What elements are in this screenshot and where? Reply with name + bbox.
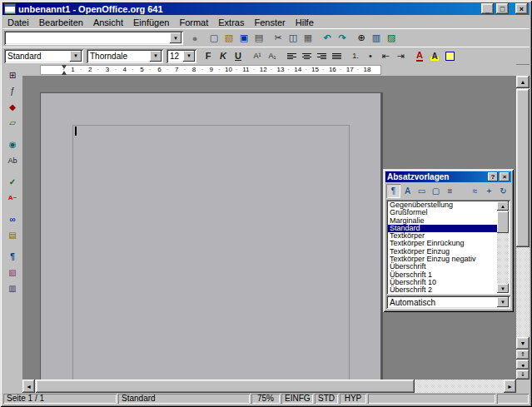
style-list-scrollbar[interactable]: ▲ ▼ bbox=[497, 201, 509, 293]
maximize-button[interactable]: □ bbox=[496, 3, 509, 14]
menu-item-format[interactable]: Format bbox=[174, 17, 213, 28]
menu-item-datei[interactable]: Datei bbox=[2, 17, 34, 28]
previous-page-button[interactable]: ⇑ bbox=[516, 350, 530, 360]
stylist-close-button[interactable]: × bbox=[500, 172, 510, 181]
title-bar[interactable]: unbenannt1 - OpenOffice.org 641 _ □ × bbox=[2, 2, 530, 15]
decrease-indent-button[interactable]: ⇤ bbox=[378, 48, 393, 63]
status-page-style-field[interactable]: Standard bbox=[118, 394, 250, 404]
next-page-button[interactable]: ⇓ bbox=[516, 370, 530, 380]
horizontal-ruler[interactable]: 123456789101112131415161718 bbox=[22, 64, 516, 76]
menu-item-hilfe[interactable]: Hilfe bbox=[291, 17, 319, 28]
load-url-button[interactable]: ● bbox=[187, 31, 202, 46]
print-button[interactable]: ▤ bbox=[251, 31, 266, 46]
align-center-button[interactable] bbox=[299, 48, 314, 63]
paragraph-style-value[interactable]: Standard bbox=[4, 49, 68, 63]
horizontal-scrollbar[interactable]: ◄ ► bbox=[22, 380, 516, 393]
close-button[interactable]: × bbox=[515, 3, 528, 14]
style-filter-combobox[interactable]: Automatisch ▼ bbox=[386, 295, 510, 309]
menu-item-einfgen[interactable]: Einfügen bbox=[128, 17, 174, 28]
font-name-value[interactable]: Thorndale bbox=[87, 49, 148, 63]
url-dropdown-button[interactable]: ▼ bbox=[170, 32, 181, 43]
stylist-button[interactable]: ▥ bbox=[369, 31, 384, 46]
redo-button[interactable]: ↷ bbox=[335, 31, 350, 46]
align-justify-button[interactable] bbox=[329, 48, 344, 63]
cut-button[interactable]: ✂ bbox=[271, 31, 286, 46]
status-insert-mode-field[interactable]: EINFG bbox=[281, 394, 313, 404]
italic-button[interactable]: K bbox=[216, 48, 231, 63]
scroll-up-button[interactable]: ▲ bbox=[516, 76, 530, 88]
menu-item-extras[interactable]: Extras bbox=[213, 17, 249, 28]
increase-indent-button[interactable]: ⇥ bbox=[393, 48, 408, 63]
menu-item-ansicht[interactable]: Ansicht bbox=[88, 17, 128, 28]
align-right-button[interactable] bbox=[314, 48, 329, 63]
stylist-help-button[interactable]: ? bbox=[488, 172, 498, 181]
style-list-scroll-track[interactable] bbox=[497, 211, 509, 284]
vertical-scroll-thumb[interactable] bbox=[516, 89, 530, 247]
scroll-left-button[interactable]: ◄ bbox=[22, 380, 35, 393]
ruler-strip[interactable]: 123456789101112131415161718 bbox=[40, 65, 381, 75]
paragraph-style-dropdown-button[interactable]: ▼ bbox=[70, 51, 82, 62]
graphics-toggle-button[interactable]: ▧ bbox=[4, 265, 21, 280]
paragraph-style-combobox[interactable]: Standard ▼ bbox=[4, 49, 83, 63]
background-color-button[interactable] bbox=[442, 48, 457, 63]
subscript-button[interactable]: A₁ bbox=[265, 48, 280, 63]
edit-autotext-button[interactable]: Ab bbox=[4, 152, 21, 168]
minimize-button[interactable]: _ bbox=[481, 3, 494, 14]
fill-format-mode-button[interactable]: ≈ bbox=[468, 184, 482, 198]
style-list-scroll-down-button[interactable]: ▼ bbox=[497, 284, 509, 293]
datasources-button[interactable]: ▤ bbox=[4, 227, 21, 243]
spellcheck-button[interactable]: ✓ bbox=[4, 174, 21, 190]
navigator-button[interactable]: ⊕ bbox=[354, 31, 369, 46]
numbering-button[interactable]: 1. bbox=[348, 48, 363, 63]
url-combobox[interactable]: ▼ bbox=[4, 31, 183, 45]
font-size-value[interactable]: 12 bbox=[167, 49, 181, 63]
find-replace-button[interactable]: ∞ bbox=[4, 211, 21, 227]
style-filter-dropdown-button[interactable]: ▼ bbox=[497, 297, 509, 307]
style-list-item[interactable]: Überschrift 2 bbox=[388, 286, 497, 293]
left-indent-marker[interactable] bbox=[62, 71, 67, 75]
open-button[interactable]: ▧ bbox=[221, 31, 236, 46]
draw-functions-button[interactable]: ▱ bbox=[4, 115, 21, 131]
vertical-scroll-track[interactable] bbox=[516, 88, 530, 337]
status-selection-mode-field[interactable]: STD bbox=[315, 394, 338, 404]
save-button[interactable]: ▣ bbox=[236, 31, 251, 46]
underline-button[interactable]: U bbox=[231, 48, 246, 63]
align-left-button[interactable] bbox=[284, 48, 299, 63]
style-list-scroll-up-button[interactable]: ▲ bbox=[497, 201, 509, 211]
insert-button[interactable]: ⊞ bbox=[4, 67, 21, 83]
paste-button[interactable]: ▦ bbox=[301, 31, 316, 46]
new-document-button[interactable]: ▢ bbox=[206, 31, 221, 46]
superscript-button[interactable]: A¹ bbox=[250, 48, 265, 63]
online-layout-button[interactable]: ▥ bbox=[4, 280, 21, 296]
status-zoom-field[interactable]: 75% bbox=[251, 394, 280, 404]
insert-fields-button[interactable]: ƒ bbox=[4, 83, 21, 99]
style-list-scroll-thumb[interactable] bbox=[497, 211, 509, 233]
font-size-combobox[interactable]: 12 ▼ bbox=[167, 49, 196, 63]
nonprinting-chars-button[interactable]: ¶ bbox=[4, 249, 21, 265]
document-page[interactable] bbox=[40, 92, 381, 380]
status-page-field[interactable]: Seite 1 / 1 bbox=[3, 394, 117, 404]
bullets-button[interactable]: • bbox=[363, 48, 378, 63]
font-name-combobox[interactable]: Thorndale ▼ bbox=[87, 49, 163, 63]
copy-button[interactable]: ◫ bbox=[286, 31, 301, 46]
menu-item-bearbeiten[interactable]: Bearbeiten bbox=[34, 17, 88, 28]
vertical-scrollbar[interactable]: ▲ ▼ ⇑ ● ⇓ bbox=[516, 76, 530, 380]
undo-button[interactable]: ↶ bbox=[320, 31, 335, 46]
bold-button[interactable]: F bbox=[201, 48, 216, 63]
character-styles-button[interactable]: A bbox=[400, 184, 415, 198]
style-filter-value[interactable]: Automatisch bbox=[386, 295, 495, 309]
update-style-button[interactable]: ↻ bbox=[496, 184, 510, 198]
frame-styles-button[interactable]: ▭ bbox=[415, 184, 429, 198]
gallery-button[interactable]: ▨ bbox=[384, 31, 399, 46]
url-input[interactable] bbox=[4, 31, 168, 45]
scroll-right-button[interactable]: ► bbox=[504, 380, 516, 393]
scroll-down-button[interactable]: ▼ bbox=[516, 337, 530, 350]
horizontal-scroll-thumb[interactable] bbox=[36, 380, 415, 393]
highlighting-button[interactable]: A bbox=[427, 48, 442, 63]
insert-object-button[interactable]: ◆ bbox=[4, 99, 21, 115]
numbering-styles-button[interactable]: ≡ bbox=[443, 184, 457, 198]
stylist-title-bar[interactable]: Absatzvorlagen ? × bbox=[385, 171, 511, 182]
font-size-dropdown-button[interactable]: ▼ bbox=[183, 51, 195, 62]
menu-item-fenster[interactable]: Fenster bbox=[249, 17, 290, 28]
status-hyperlink-mode-field[interactable]: HYP bbox=[340, 394, 366, 404]
